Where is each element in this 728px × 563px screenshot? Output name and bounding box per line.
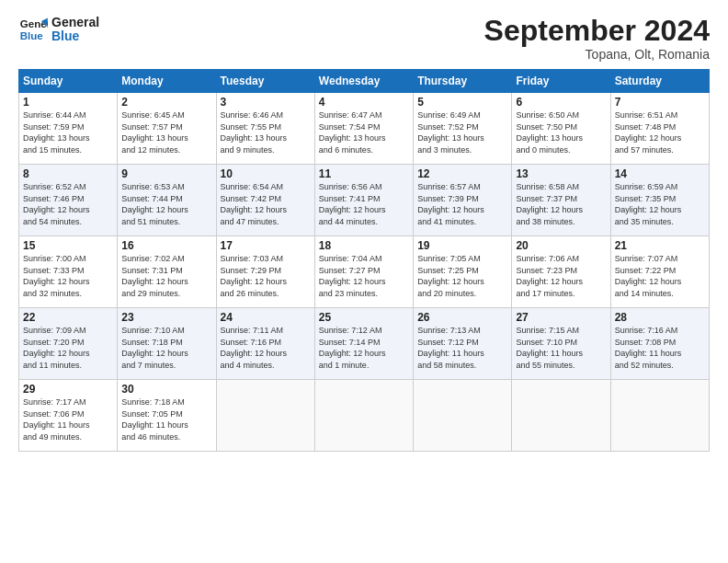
day-number: 16: [121, 239, 211, 252]
svg-text:Blue: Blue: [20, 30, 44, 41]
weekday-header-saturday: Saturday: [610, 70, 709, 93]
day-number: 3: [221, 96, 311, 109]
month-year: September 2024: [484, 15, 710, 47]
day-number: 26: [417, 311, 507, 324]
day-number: 13: [516, 167, 606, 180]
logo: General Blue General Blue: [18, 15, 99, 44]
day-number: 23: [121, 311, 211, 324]
day-info: Sunrise: 6:53 AM Sunset: 7:44 PM Dayligh…: [121, 181, 211, 227]
day-info: Sunrise: 7:09 AM Sunset: 7:20 PM Dayligh…: [23, 325, 113, 371]
day-info: Sunrise: 7:15 AM Sunset: 7:10 PM Dayligh…: [516, 325, 606, 371]
week-row-1: 1Sunrise: 6:44 AM Sunset: 7:59 PM Daylig…: [19, 93, 710, 165]
calendar-cell: 21Sunrise: 7:07 AM Sunset: 7:22 PM Dayli…: [610, 236, 709, 308]
logo-icon: General Blue: [18, 15, 48, 44]
day-info: Sunrise: 7:10 AM Sunset: 7:18 PM Dayligh…: [121, 325, 211, 371]
calendar-cell: 26Sunrise: 7:13 AM Sunset: 7:12 PM Dayli…: [414, 308, 512, 380]
calendar-cell: [512, 380, 610, 452]
day-number: 19: [417, 239, 507, 252]
calendar-cell: 29Sunrise: 7:17 AM Sunset: 7:06 PM Dayli…: [19, 380, 118, 452]
day-info: Sunrise: 7:05 AM Sunset: 7:25 PM Dayligh…: [417, 253, 507, 299]
day-info: Sunrise: 6:59 AM Sunset: 7:35 PM Dayligh…: [615, 181, 705, 227]
location: Topana, Olt, Romania: [484, 47, 710, 62]
calendar-cell: [414, 380, 512, 452]
calendar-cell: 25Sunrise: 7:12 AM Sunset: 7:14 PM Dayli…: [314, 308, 413, 380]
day-number: 21: [615, 239, 705, 252]
calendar-cell: 23Sunrise: 7:10 AM Sunset: 7:18 PM Dayli…: [118, 308, 216, 380]
calendar-cell: 8Sunrise: 6:52 AM Sunset: 7:46 PM Daylig…: [19, 165, 118, 236]
day-number: 11: [319, 167, 409, 180]
calendar-cell: 7Sunrise: 6:51 AM Sunset: 7:48 PM Daylig…: [610, 93, 709, 165]
day-number: 30: [121, 383, 211, 396]
calendar-cell: 20Sunrise: 7:06 AM Sunset: 7:23 PM Dayli…: [512, 236, 610, 308]
day-info: Sunrise: 6:54 AM Sunset: 7:42 PM Dayligh…: [221, 181, 311, 227]
weekday-header-wednesday: Wednesday: [314, 70, 413, 93]
calendar-page: General Blue General Blue September 2024…: [0, 0, 728, 563]
day-number: 18: [319, 239, 409, 252]
calendar-cell: 2Sunrise: 6:45 AM Sunset: 7:57 PM Daylig…: [118, 93, 216, 165]
calendar-cell: 18Sunrise: 7:04 AM Sunset: 7:27 PM Dayli…: [314, 236, 413, 308]
calendar-cell: 16Sunrise: 7:02 AM Sunset: 7:31 PM Dayli…: [118, 236, 216, 308]
weekday-header-thursday: Thursday: [414, 70, 512, 93]
calendar-table: SundayMondayTuesdayWednesdayThursdayFrid…: [18, 69, 710, 452]
day-info: Sunrise: 6:57 AM Sunset: 7:39 PM Dayligh…: [417, 181, 507, 227]
day-number: 29: [23, 383, 113, 396]
day-info: Sunrise: 6:52 AM Sunset: 7:46 PM Dayligh…: [23, 181, 113, 227]
weekday-header-monday: Monday: [118, 70, 216, 93]
calendar-cell: 4Sunrise: 6:47 AM Sunset: 7:54 PM Daylig…: [314, 93, 413, 165]
day-info: Sunrise: 7:06 AM Sunset: 7:23 PM Dayligh…: [516, 253, 606, 299]
day-number: 9: [121, 167, 211, 180]
calendar-cell: 6Sunrise: 6:50 AM Sunset: 7:50 PM Daylig…: [512, 93, 610, 165]
header-row: SundayMondayTuesdayWednesdayThursdayFrid…: [19, 70, 710, 93]
calendar-cell: [216, 380, 314, 452]
day-number: 6: [516, 96, 606, 109]
calendar-cell: 9Sunrise: 6:53 AM Sunset: 7:44 PM Daylig…: [118, 165, 216, 236]
day-number: 20: [516, 239, 606, 252]
title-block: September 2024 Topana, Olt, Romania: [484, 15, 710, 62]
week-row-4: 22Sunrise: 7:09 AM Sunset: 7:20 PM Dayli…: [19, 308, 710, 380]
day-number: 14: [615, 167, 705, 180]
weekday-header-friday: Friday: [512, 70, 610, 93]
calendar-cell: 17Sunrise: 7:03 AM Sunset: 7:29 PM Dayli…: [216, 236, 314, 308]
day-number: 5: [417, 96, 507, 109]
day-info: Sunrise: 6:56 AM Sunset: 7:41 PM Dayligh…: [319, 181, 409, 227]
calendar-cell: 27Sunrise: 7:15 AM Sunset: 7:10 PM Dayli…: [512, 308, 610, 380]
calendar-cell: 28Sunrise: 7:16 AM Sunset: 7:08 PM Dayli…: [610, 308, 709, 380]
day-info: Sunrise: 6:44 AM Sunset: 7:59 PM Dayligh…: [23, 109, 113, 155]
logo-blue: Blue: [51, 29, 99, 43]
weekday-header-sunday: Sunday: [19, 70, 118, 93]
calendar-cell: 12Sunrise: 6:57 AM Sunset: 7:39 PM Dayli…: [414, 165, 512, 236]
calendar-cell: 11Sunrise: 6:56 AM Sunset: 7:41 PM Dayli…: [314, 165, 413, 236]
day-number: 22: [23, 311, 113, 324]
calendar-cell: 5Sunrise: 6:49 AM Sunset: 7:52 PM Daylig…: [414, 93, 512, 165]
week-row-5: 29Sunrise: 7:17 AM Sunset: 7:06 PM Dayli…: [19, 380, 710, 452]
calendar-cell: 13Sunrise: 6:58 AM Sunset: 7:37 PM Dayli…: [512, 165, 610, 236]
day-info: Sunrise: 6:49 AM Sunset: 7:52 PM Dayligh…: [417, 109, 507, 155]
day-number: 27: [516, 311, 606, 324]
day-info: Sunrise: 7:12 AM Sunset: 7:14 PM Dayligh…: [319, 325, 409, 371]
logo-general: General: [51, 16, 99, 29]
day-info: Sunrise: 7:17 AM Sunset: 7:06 PM Dayligh…: [23, 396, 113, 442]
day-number: 25: [319, 311, 409, 324]
day-number: 2: [121, 96, 211, 109]
calendar-cell: 19Sunrise: 7:05 AM Sunset: 7:25 PM Dayli…: [414, 236, 512, 308]
header: General Blue General Blue September 2024…: [18, 15, 710, 62]
day-info: Sunrise: 6:50 AM Sunset: 7:50 PM Dayligh…: [516, 109, 606, 155]
calendar-cell: 22Sunrise: 7:09 AM Sunset: 7:20 PM Dayli…: [19, 308, 118, 380]
day-info: Sunrise: 7:07 AM Sunset: 7:22 PM Dayligh…: [615, 253, 705, 299]
day-info: Sunrise: 6:45 AM Sunset: 7:57 PM Dayligh…: [121, 109, 211, 155]
day-info: Sunrise: 7:11 AM Sunset: 7:16 PM Dayligh…: [221, 325, 311, 371]
calendar-cell: 14Sunrise: 6:59 AM Sunset: 7:35 PM Dayli…: [610, 165, 709, 236]
day-number: 4: [319, 96, 409, 109]
calendar-cell: [610, 380, 709, 452]
day-number: 24: [221, 311, 311, 324]
day-number: 7: [615, 96, 705, 109]
week-row-3: 15Sunrise: 7:00 AM Sunset: 7:33 PM Dayli…: [19, 236, 710, 308]
day-number: 17: [221, 239, 311, 252]
calendar-cell: [314, 380, 413, 452]
day-info: Sunrise: 7:00 AM Sunset: 7:33 PM Dayligh…: [23, 253, 113, 299]
day-info: Sunrise: 7:02 AM Sunset: 7:31 PM Dayligh…: [121, 253, 211, 299]
day-info: Sunrise: 7:16 AM Sunset: 7:08 PM Dayligh…: [615, 325, 705, 371]
calendar-cell: 1Sunrise: 6:44 AM Sunset: 7:59 PM Daylig…: [19, 93, 118, 165]
day-number: 8: [23, 167, 113, 180]
weekday-header-tuesday: Tuesday: [216, 70, 314, 93]
